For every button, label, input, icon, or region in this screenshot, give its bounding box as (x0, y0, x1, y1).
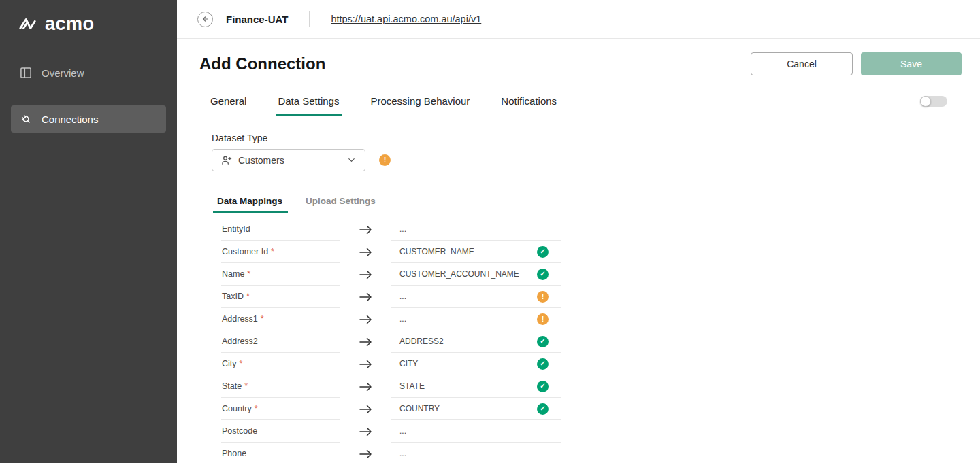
target-field[interactable]: ... (391, 218, 561, 241)
source-field[interactable]: City* (221, 353, 340, 375)
arrow-left-icon (201, 15, 210, 23)
source-field[interactable]: State* (221, 375, 340, 398)
tab-data-settings[interactable]: Data Settings (278, 95, 339, 116)
sidebar-item-overview[interactable]: Overview (11, 59, 166, 86)
check-circle-icon (537, 381, 549, 392)
target-field[interactable]: CITY (391, 353, 561, 375)
sidebar-item-label: Overview (42, 67, 84, 79)
arrow-right-icon (340, 330, 391, 353)
target-field-value: STATE (399, 381, 425, 391)
required-asterisk: * (247, 269, 250, 279)
tab-notifications[interactable]: Notifications (501, 95, 557, 116)
required-asterisk: * (244, 381, 248, 391)
tab-processing-behaviour[interactable]: Processing Behaviour (370, 95, 470, 116)
target-field-value: ADDRESS2 (399, 337, 444, 346)
arrow-right-icon (340, 241, 391, 263)
arrow-right-icon (340, 398, 391, 420)
check-circle-icon (537, 269, 549, 280)
mapping-row: State*STATE (221, 375, 947, 398)
arrow-right-icon (340, 308, 391, 330)
arrow-right-icon (340, 353, 391, 375)
target-field[interactable]: ... (391, 443, 561, 463)
chevron-down-icon (346, 155, 357, 165)
mapping-row: Postcode... (221, 420, 947, 443)
save-button[interactable]: Save (861, 52, 962, 75)
target-field[interactable]: COUNTRY (391, 398, 561, 420)
source-field[interactable]: Postcode (221, 420, 340, 443)
tab-general[interactable]: General (210, 95, 246, 116)
target-field-value: ... (399, 449, 406, 458)
required-asterisk: * (255, 404, 258, 413)
source-field-name: City (222, 359, 237, 368)
required-asterisk: * (261, 314, 264, 324)
tabs: GeneralData SettingsProcessing Behaviour… (199, 89, 947, 116)
mapping-row: Customer Id*CUSTOMER_NAME (221, 241, 947, 263)
required-asterisk: * (271, 247, 274, 256)
source-field[interactable]: Name* (221, 263, 340, 286)
source-field[interactable]: EntityId (221, 218, 340, 241)
source-field[interactable]: TaxID* (221, 286, 340, 308)
page-header: Add Connection Cancel Save (177, 39, 980, 89)
required-asterisk: * (240, 359, 243, 368)
arrow-right-icon (340, 218, 391, 241)
source-field-name: TaxID (222, 292, 244, 301)
mapping-row: TaxID*... (221, 286, 947, 308)
subtab-upload-settings[interactable]: Upload Settings (306, 196, 376, 213)
connections-icon (19, 112, 33, 126)
target-field-value: CUSTOMER_NAME (399, 247, 474, 256)
arrow-right-icon (340, 263, 391, 286)
app-logo: acmo (0, 0, 177, 59)
source-field[interactable]: Address1* (221, 308, 340, 330)
mapping-row: City*CITY (221, 353, 947, 375)
dataset-type-section: Dataset Type Customers (212, 133, 947, 171)
connection-name: Finance-UAT (226, 14, 288, 25)
target-field[interactable]: ... (391, 286, 561, 308)
target-field-value: COUNTRY (399, 404, 440, 413)
source-field[interactable]: Address2 (221, 330, 340, 353)
main-area: Finance-UAT https://uat.api.acmo.com.au/… (177, 0, 980, 463)
acmo-logo-icon (18, 14, 38, 35)
page-actions: Cancel Save (751, 52, 962, 75)
source-field[interactable]: Phone (221, 443, 340, 463)
mapping-rows: EntityId...Customer Id*CUSTOMER_NAMEName… (221, 218, 947, 463)
sidebar-item-connections[interactable]: Connections (11, 105, 166, 133)
target-field-value: CUSTOMER_ACCOUNT_NAME (399, 269, 519, 279)
target-field[interactable]: ADDRESS2 (391, 330, 561, 353)
mapping-row: EntityId... (221, 218, 947, 241)
sidebar-item-label: Connections (42, 114, 98, 125)
source-field[interactable]: Customer Id* (221, 241, 340, 263)
target-field[interactable]: ... (391, 308, 561, 330)
dataset-type-value: Customers (238, 155, 340, 166)
source-field[interactable]: Country* (221, 398, 340, 420)
cancel-button[interactable]: Cancel (751, 52, 853, 75)
target-field[interactable]: STATE (391, 375, 561, 398)
target-field-value: ... (399, 224, 406, 234)
source-field-name: Customer Id (222, 247, 268, 256)
subtab-data-mappings[interactable]: Data Mappings (217, 196, 282, 213)
arrow-right-icon (340, 375, 391, 398)
toggle-switch[interactable] (920, 96, 947, 107)
source-field-name: Postcode (222, 426, 257, 436)
warning-circle-icon (379, 154, 391, 166)
api-url-link[interactable]: https://uat.api.acmo.com.au/api/v1 (331, 14, 481, 24)
source-field-name: EntityId (222, 224, 250, 234)
mapping-row: Address2ADDRESS2 (221, 330, 947, 353)
target-field[interactable]: CUSTOMER_NAME (391, 241, 561, 263)
dataset-type-label: Dataset Type (212, 133, 947, 143)
warning-circle-icon (537, 313, 549, 325)
target-field[interactable]: ... (391, 420, 561, 443)
source-field-name: Name (222, 269, 244, 279)
source-field-name: Phone (222, 449, 246, 458)
target-field-value: ... (399, 426, 406, 436)
check-circle-icon (537, 403, 549, 415)
overview-icon (19, 66, 33, 80)
warning-circle-icon (537, 291, 549, 303)
dataset-type-select[interactable]: Customers (212, 149, 365, 171)
target-field-value: CITY (399, 359, 418, 368)
back-button[interactable] (197, 12, 213, 27)
check-circle-icon (537, 336, 549, 347)
sidebar-nav: OverviewConnections (0, 59, 177, 133)
target-field[interactable]: CUSTOMER_ACCOUNT_NAME (391, 263, 561, 286)
mapping-row: Phone... (221, 443, 947, 463)
content: GeneralData SettingsProcessing Behaviour… (199, 89, 947, 463)
